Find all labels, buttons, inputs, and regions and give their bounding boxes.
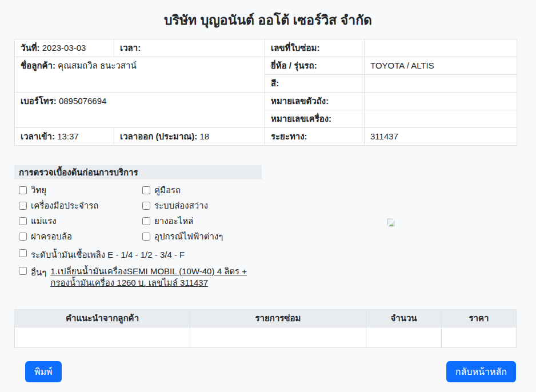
distance-label-cell: ระยะทาง: [265, 128, 365, 146]
color-value-cell [365, 75, 517, 93]
checklist-grid: วิทยุ คู่มือรถ เครื่องมือประจำรถ ระบบส่อ… [14, 179, 262, 244]
table-row: เวลาเข้า: 13:37 เวลาออก (ประมาณ): 18 ระย… [15, 128, 517, 146]
header-customer-advice: คำแนะนำจากลูกค้า [15, 310, 190, 327]
header-price: ราคา [442, 310, 517, 327]
checklist-item-radio: วิทยุ [19, 186, 142, 194]
customer-advice-cell [15, 327, 190, 348]
table-row: ชื่อลูกค้า: คุณสมถวิล ธนะวสาน์ ยี่ห้อ / … [15, 57, 517, 75]
time-out-label: เวลาออก (ประมาณ): [120, 131, 197, 141]
checklist-item-electrical: อุปกรณ์ไฟฟ้าต่างๆ [142, 232, 266, 241]
repair-items-table: คำแนะนำจากลูกค้า รายการซ่อม จำนวน ราคา [14, 309, 517, 348]
car-tools-label: เครื่องมือประจำรถ [31, 201, 98, 210]
print-button[interactable]: พิมพ์ [25, 361, 62, 382]
color-label-cell: สี: [265, 75, 365, 93]
time-out-value: 18 [199, 131, 209, 141]
back-home-button[interactable]: กลับหน้าหลัก [446, 361, 516, 382]
customer-label: ชื่อลูกค้า: [21, 61, 55, 70]
checklist-item-jack: แม่แรง [19, 217, 142, 225]
other-note-text: 1.เปลี่ยนน้ำมันเครื่องSEMI MOBIL (10W-40… [50, 266, 251, 289]
engine-label: หมายเลขเครื่อง: [271, 114, 331, 123]
date-cell: วันที่: 2023-03-03 [15, 39, 114, 57]
checklist-item-lighting: ระบบส่องสว่าง [142, 201, 266, 210]
checklist-item-fuel-level: ระดับน้ำมันเชื้อเพลิง E - 1/4 - 1/2 - 3/… [19, 248, 262, 262]
table-row: วันที่: 2023-03-03 เวลา: เลขที่ใบซ่อม: [15, 39, 517, 57]
quantity-cell [366, 327, 442, 348]
fuel-level-label: ระดับน้ำมันเชื้อเพลิง E - 1/4 - 1/2 - 3/… [31, 248, 185, 262]
pre-service-checklist: การตรวจเบื้องต้นก่อนการบริการ วิทยุ คู่ม… [14, 165, 262, 289]
checklist-item-wheel-cover: ฝาครอบล้อ [19, 232, 142, 241]
distance-value: 311437 [370, 131, 398, 141]
date-value: 2023-03-03 [42, 43, 86, 53]
time-in-value: 13:37 [57, 131, 79, 141]
jack-label: แม่แรง [31, 217, 57, 225]
checklist-item-spare-tire: ยางอะไหล่ [142, 217, 266, 225]
checklist-item-car-manual: คู่มือรถ [142, 186, 266, 194]
car-manual-label: คู่มือรถ [154, 186, 181, 194]
other-label: อื่นๆ [31, 266, 46, 279]
engine-label-cell: หมายเลขเครื่อง: [265, 110, 365, 128]
wheel-cover-label: ฝาครอบล้อ [31, 232, 72, 241]
checklist-item-other: อื่นๆ 1.เปลี่ยนน้ำมันเครื่องSEMI MOBIL (… [19, 266, 262, 289]
repair-no-value-cell [365, 39, 517, 57]
color-label: สี: [271, 78, 279, 88]
jack-checkbox[interactable] [19, 217, 27, 225]
action-buttons-row: พิมพ์ กลับหน้าหลัก [14, 361, 516, 382]
distance-label: ระยะทาง: [271, 131, 307, 141]
lighting-label: ระบบส่องสว่าง [154, 201, 208, 210]
time-out-cell: เวลาออก (ประมาณ): 18 [114, 128, 265, 146]
car-manual-checkbox[interactable] [142, 186, 150, 194]
radio-label: วิทยุ [31, 186, 46, 194]
brand-value: TOYOTA / ALTIS [370, 61, 434, 70]
phone-cell: เบอร์โทร: 0895076694 [15, 93, 265, 128]
customer-cell: ชื่อลูกค้า: คุณสมถวิล ธนะวสาน์ [15, 57, 265, 93]
time-label: เวลา: [120, 43, 141, 53]
repair-table-header-row: คำแนะนำจากลูกค้า รายการซ่อม จำนวน ราคา [15, 310, 517, 327]
electrical-checkbox[interactable] [142, 233, 150, 241]
time-in-label: เวลาเข้า: [21, 131, 55, 141]
other-checkbox[interactable] [19, 267, 27, 275]
brand-label: ยี่ห้อ / รุ่นรถ: [271, 61, 317, 70]
spare-tire-checkbox[interactable] [142, 217, 150, 225]
lighting-checkbox[interactable] [142, 202, 150, 210]
broken-image-icon [386, 217, 396, 228]
price-cell [442, 327, 517, 348]
engine-value-cell [365, 110, 517, 128]
chassis-label: หมายเลขตัวถัง: [271, 96, 329, 106]
brand-label-cell: ยี่ห้อ / รุ่นรถ: [265, 57, 365, 75]
time-cell: เวลา: [114, 39, 265, 57]
wheel-cover-checkbox[interactable] [19, 233, 27, 241]
distance-value-cell: 311437 [365, 128, 517, 146]
brand-value-cell: TOYOTA / ALTIS [365, 57, 517, 75]
header-repair-items: รายการซ่อม [190, 310, 366, 327]
date-label: วันที่: [21, 43, 40, 53]
checklist-item-car-tools: เครื่องมือประจำรถ [19, 201, 142, 210]
service-order-page: บริษัท บุญอนันต์ ออโต้ เซอร์วิส จำกัด วั… [0, 0, 536, 392]
checklist-header: การตรวจเบื้องต้นก่อนการบริการ [14, 165, 262, 179]
customer-value: คุณสมถวิล ธนะวสาน์ [58, 61, 137, 70]
fuel-level-checkbox[interactable] [19, 249, 27, 257]
repair-table-row [15, 327, 517, 348]
vehicle-info-table: วันที่: 2023-03-03 เวลา: เลขที่ใบซ่อม: ช… [14, 39, 517, 146]
spare-tire-label: ยางอะไหล่ [154, 217, 193, 225]
radio-checkbox[interactable] [19, 186, 27, 194]
table-row: เบอร์โทร: 0895076694 หมายเลขตัวถัง: [15, 93, 517, 110]
car-tools-checkbox[interactable] [19, 202, 27, 210]
electrical-label: อุปกรณ์ไฟฟ้าต่างๆ [154, 232, 223, 241]
repair-no-label-cell: เลขที่ใบซ่อม: [265, 39, 365, 57]
phone-label: เบอร์โทร: [21, 96, 57, 106]
phone-value: 0895076694 [59, 96, 106, 106]
repair-no-label: เลขที่ใบซ่อม: [271, 43, 319, 53]
header-quantity: จำนวน [366, 310, 442, 327]
repair-items-cell [190, 327, 366, 348]
time-in-cell: เวลาเข้า: 13:37 [15, 128, 114, 146]
page-title: บริษัท บุญอนันต์ ออโต้ เซอร์วิส จำกัด [0, 0, 536, 30]
chassis-value-cell [365, 93, 517, 110]
chassis-label-cell: หมายเลขตัวถัง: [265, 93, 365, 110]
